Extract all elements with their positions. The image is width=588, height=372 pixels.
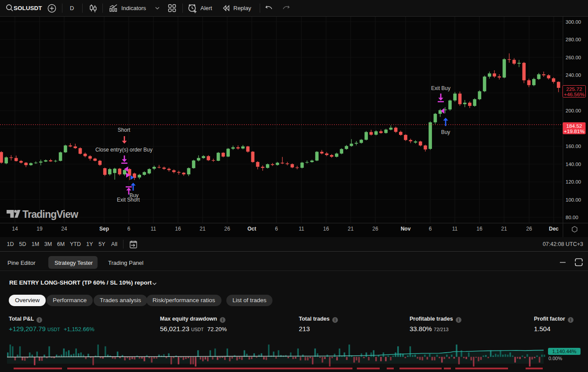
svg-text:1,140.44%: 1,140.44% [552, 349, 577, 354]
svg-text:0.00%: 0.00% [548, 356, 562, 361]
